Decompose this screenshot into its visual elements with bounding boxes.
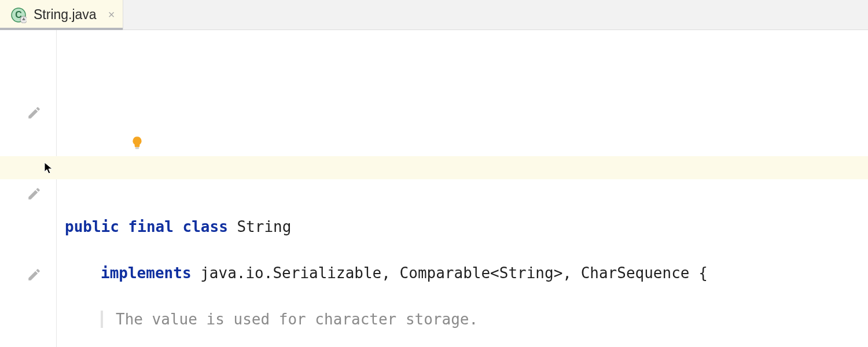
code-content: public final class String implements jav…: [57, 169, 868, 347]
tab-label: String.java: [34, 7, 97, 23]
class-icon: C: [10, 7, 27, 23]
kw-final: final: [128, 218, 174, 235]
file-tab[interactable]: C String.java ×: [0, 0, 123, 29]
class-name: String: [237, 218, 291, 235]
mouse-cursor-icon: [44, 162, 56, 175]
pencil-icon[interactable]: [27, 105, 42, 120]
pencil-icon[interactable]: [27, 267, 42, 282]
svg-rect-5: [135, 147, 139, 149]
code-area[interactable]: public final class String implements jav…: [57, 30, 868, 347]
lightbulb-icon[interactable]: [130, 135, 145, 150]
gutter: [0, 30, 57, 347]
implements-list: java.io.Serializable, Comparable<String>…: [192, 264, 708, 282]
editor: public final class String implements jav…: [0, 30, 868, 347]
kw-class: class: [183, 218, 228, 235]
javadoc-value: The value is used for character storage.: [116, 311, 478, 328]
pencil-icon[interactable]: [27, 186, 42, 201]
close-icon[interactable]: ×: [108, 8, 115, 21]
svg-rect-4: [23, 17, 24, 19]
tab-bar: C String.java ×: [0, 0, 868, 30]
kw-implements: implements: [101, 264, 192, 282]
kw-public: public: [65, 218, 119, 235]
